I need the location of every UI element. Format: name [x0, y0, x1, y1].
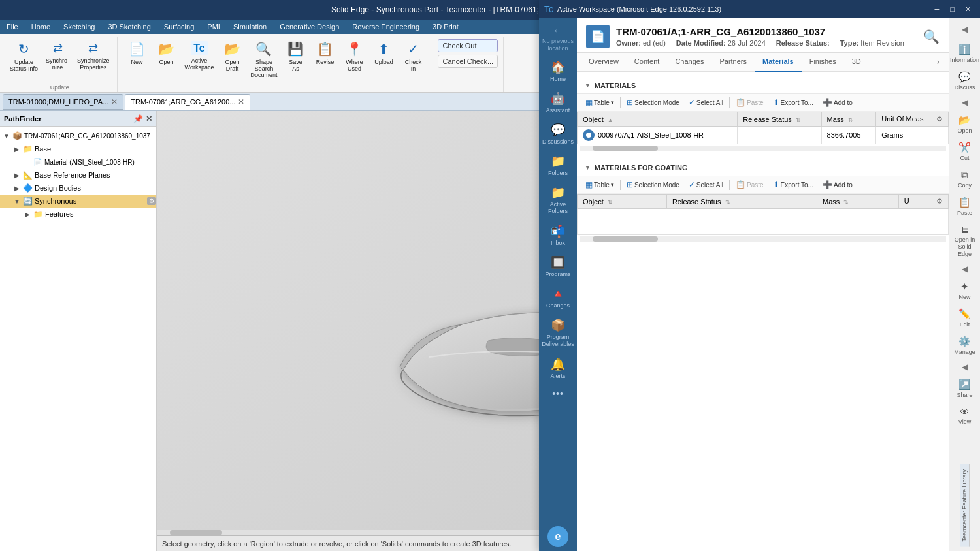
tc-edit-btn[interactable]: ✏️ Edit [950, 305, 980, 331]
coat-sel-mode-btn[interactable]: ⊞ Selection Mode [623, 179, 683, 191]
tc-nav-folders[interactable]: 📁 Folders [540, 150, 576, 180]
tc-open-btn[interactable]: 📂 Open [950, 111, 980, 137]
tc-share-btn[interactable]: ↗️ Share [950, 375, 980, 401]
col-release-status[interactable]: Release Status ⇅ [738, 112, 821, 127]
tree-item-material[interactable]: 📄 Material (AISI_Steel_1008-HR) [0, 155, 156, 168]
tc-nav-deliverables[interactable]: 📦 ProgramDeliverables [540, 314, 576, 352]
tc-manage-btn[interactable]: ⚙️ Manage [950, 332, 980, 358]
materials-table-wrap: Object ▲ Release Status ⇅ [577, 112, 949, 155]
tc-nav-edge[interactable]: e [547, 526, 568, 547]
tab-0[interactable]: TRM-01000;DMU_HERO_PA... ✕ [3, 94, 123, 110]
tree-item-design-bodies[interactable]: ▶ 🔷 Design Bodies [0, 181, 156, 195]
tree-expand-ref[interactable]: ▶ [13, 172, 21, 179]
where-used-btn[interactable]: 📍 WhereUsed [340, 39, 368, 74]
tree-item-base[interactable]: ▶ 📁 Base [0, 142, 156, 155]
mat-row-0[interactable]: 000970/A;1-AISI_Steel_1008-HR 8366.7005 … [578, 127, 949, 144]
col-mass[interactable]: Mass ⇅ [821, 112, 876, 127]
tc-view-btn[interactable]: 👁 View [950, 403, 980, 428]
menu-surfacing[interactable]: Surfacing [157, 20, 201, 34]
mat-scrollbar[interactable] [580, 146, 946, 151]
menu-pmi[interactable]: PMI [201, 20, 227, 34]
tree-expand-sync[interactable]: ▼ [13, 198, 21, 205]
col-unit-of-meas[interactable]: Unit Of Meas ⚙ [876, 112, 949, 127]
tc-open-se-btn[interactable]: 🖥 Open inSolid Edge [950, 221, 980, 260]
coat-col-u-label: U [904, 197, 909, 205]
coat-col-object[interactable]: Object ⇅ [578, 195, 667, 209]
tc-new-btn[interactable]: ✦ New [950, 277, 980, 304]
coat-export-btn[interactable]: ⬆ Export To... [770, 179, 817, 191]
coat-select-all-btn[interactable]: ✓ Select All [685, 179, 727, 191]
coating-section-title[interactable]: ▼ MATERIALS FOR COATING [577, 160, 949, 176]
checkout-btn[interactable]: Check Out [438, 39, 498, 52]
col-uom-label: Unit Of Meas [881, 115, 923, 123]
menu-reverse[interactable]: Reverse Engineering [346, 20, 426, 34]
tree-item-features[interactable]: ▶ 📁 Features [0, 208, 156, 221]
tc-nav-assistant[interactable]: 🤖 Assistant [540, 111, 576, 118]
tree-expand-root[interactable]: ▼ [3, 133, 10, 140]
menu-3dprint[interactable]: 3D Print [426, 20, 465, 34]
pathfinder-close-btn[interactable]: ✕ [146, 114, 152, 123]
menu-home[interactable]: Home [25, 20, 57, 34]
col-mass-label: Mass [827, 116, 844, 123]
sync-props-btn[interactable]: ⇄ SynchronizeProperties [74, 39, 113, 72]
upload-btn[interactable]: ⬆ Upload [369, 39, 398, 67]
tree-item-ref-planes[interactable]: ▶ 📐 Base Reference Planes [0, 168, 156, 181]
check-in-btn[interactable]: ✓ CheckIn [399, 39, 427, 74]
tc-nav-programs[interactable]: 🔲 Programs [540, 251, 576, 281]
coat-col-u[interactable]: U ⚙ [898, 195, 948, 209]
synchronize-btn[interactable]: ⇄ Synchro-nize [42, 39, 73, 72]
tc-new-rail-btn[interactable]: ◀ [959, 262, 970, 276]
tc-copy-btn[interactable]: ⧉ Copy [950, 166, 980, 192]
coat-scrollbar[interactable] [580, 236, 946, 242]
tab-0-close[interactable]: ✕ [111, 97, 118, 106]
active-workspace-btn[interactable]: Tc ActiveWorkspace [182, 39, 218, 72]
ribbon-group-update: ↻ UpdateStatus Info ⇄ Synchro-nize ⇄ Syn… [3, 37, 118, 92]
menu-generative[interactable]: Generative Design [273, 20, 346, 34]
upload-icon: ⬆ [378, 41, 389, 57]
open-btn[interactable]: 📂 Open [152, 39, 181, 67]
tc-nav-discussions[interactable]: 💬 Discussions [540, 119, 576, 149]
tc-paste-rail-btn[interactable]: 📋 Paste [950, 193, 980, 219]
tree-expand-design[interactable]: ▶ [13, 185, 21, 192]
tree-item-synchronous[interactable]: ▼ 🔄 Synchronous ⚙ [0, 195, 156, 208]
feature-library-tab[interactable]: Teamcenter Feature Library [960, 464, 970, 547]
coat-add-btn[interactable]: ➕ Add to [819, 179, 856, 191]
tree-expand-features[interactable]: ▶ [24, 211, 31, 218]
pathfinder-pin-btn[interactable]: 📌 [133, 114, 143, 123]
menu-3d-sketching[interactable]: 3D Sketching [101, 20, 157, 34]
menu-sketching[interactable]: Sketching [57, 20, 101, 34]
shape-search-btn[interactable]: 🔍 ShapeSearchDocument [247, 39, 280, 80]
coat-table-btn[interactable]: ▦ Table ▾ [582, 179, 617, 191]
tree-item-root[interactable]: ▼ 📦 TRM-07061;ARR_CG_A6120013860_1037 [0, 129, 156, 142]
tc-nav-alerts[interactable]: 🔔 Alerts [540, 353, 576, 383]
tab-1[interactable]: TRM-07061;ARR_CG_A61200... ✕ [125, 94, 250, 110]
coat-paste-btn[interactable]: 📋 Paste [732, 179, 767, 191]
tc-nav-inbox[interactable]: 📬 Inbox [540, 220, 576, 250]
revise-btn[interactable]: 📋 Revise [310, 39, 339, 67]
coat-col-gear[interactable]: ⚙ [936, 197, 943, 206]
update-status-btn[interactable]: ↻ UpdateStatus Info [7, 39, 41, 74]
save-as-btn[interactable]: 💾 SaveAs [281, 39, 310, 74]
tc-nav-changes[interactable]: 🔺 Changes [540, 283, 576, 313]
revise-icon: 📋 [317, 41, 333, 57]
menu-simulation[interactable]: Simulation [227, 20, 273, 34]
coat-scrollbar-thumb [593, 236, 658, 242]
active-workspace-label: ActiveWorkspace [185, 57, 214, 71]
new-btn[interactable]: 📄 New [123, 39, 152, 67]
cancel-checkout-btn[interactable]: Cancel Check... [438, 55, 498, 68]
share-label: Share [956, 392, 972, 398]
tc-cut-btn[interactable]: ✂️ Cut [950, 138, 980, 165]
programs-icon: 🔲 [551, 255, 565, 270]
tab-1-close[interactable]: ✕ [238, 97, 244, 106]
open-draft-btn[interactable]: 📂 OpenDraft [218, 39, 246, 74]
tc-nav-more[interactable]: ••• [540, 385, 576, 403]
where-used-icon: 📍 [346, 41, 363, 57]
tree-expand-base[interactable]: ▶ [13, 146, 21, 153]
coat-col-release[interactable]: Release Status ⇅ [666, 195, 817, 209]
tc-share-rail-btn[interactable]: ◀ [959, 360, 970, 374]
tc-nav-active-folders[interactable]: 📁 ActiveFolders [540, 181, 576, 219]
col-object[interactable]: Object ▲ [578, 112, 738, 127]
col-uom-gear[interactable]: ⚙ [936, 115, 943, 123]
menu-file[interactable]: File [0, 20, 25, 34]
coat-col-mass[interactable]: Mass ⇅ [817, 195, 898, 209]
